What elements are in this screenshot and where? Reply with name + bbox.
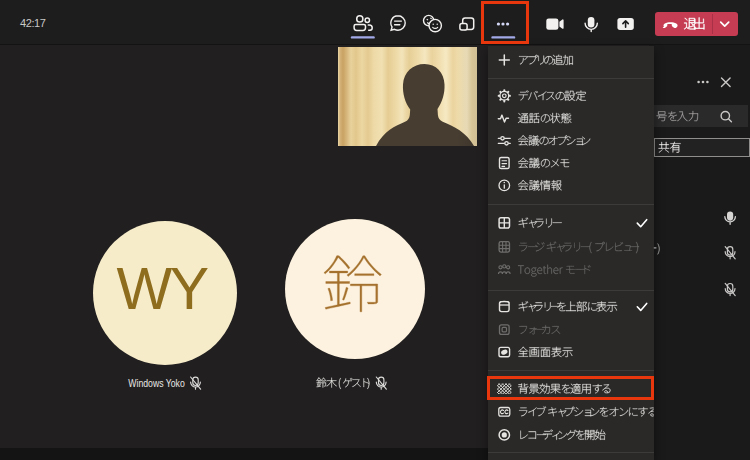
svg-text:WY: WY bbox=[116, 256, 208, 322]
svg-text:Windows Yoko: Windows Yoko bbox=[128, 377, 185, 389]
svg-text:42:17: 42:17 bbox=[20, 17, 46, 29]
